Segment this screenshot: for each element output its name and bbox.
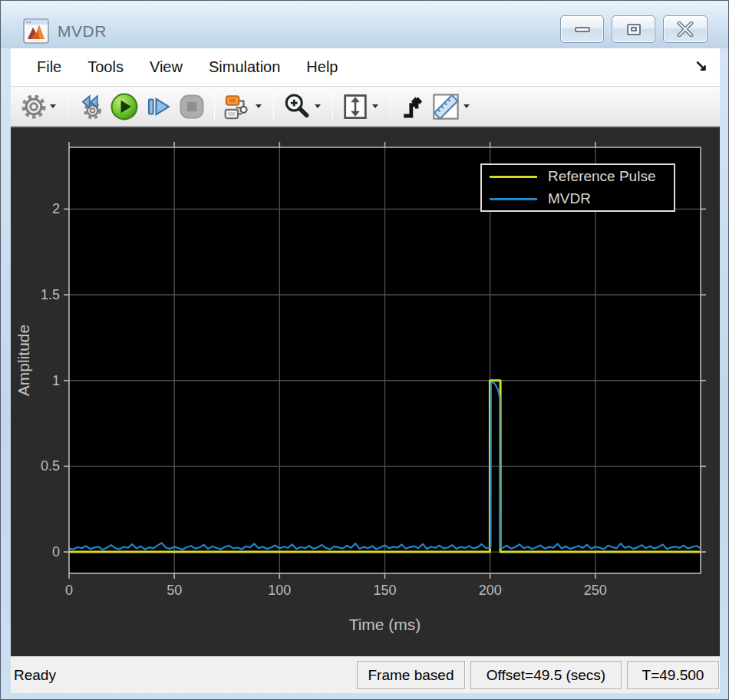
- chevron-down-icon: [463, 104, 470, 108]
- svg-text:2: 2: [52, 201, 60, 216]
- signal-selector-icon: [223, 91, 253, 122]
- step-back-icon: [76, 92, 105, 121]
- legend[interactable]: Reference Pulse MVDR: [480, 163, 675, 212]
- svg-text:0: 0: [52, 544, 60, 560]
- restore-button[interactable]: [612, 15, 655, 43]
- menu-help[interactable]: Help: [293, 58, 351, 76]
- close-icon: [676, 21, 694, 37]
- status-bar: Ready Frame based Offset=49.5 (secs) T=4…: [11, 656, 720, 693]
- svg-text:0: 0: [65, 583, 73, 598]
- y-axis-label: Amplitude: [15, 325, 32, 396]
- toolbar-separator: [332, 93, 333, 121]
- dock-arrow-icon[interactable]: ↘: [694, 56, 708, 74]
- status-text: Ready: [14, 667, 56, 684]
- step-forward-icon: [143, 92, 173, 121]
- toolbar: [11, 87, 720, 127]
- svg-text:0.5: 0.5: [41, 458, 60, 474]
- toolbar-separator: [390, 93, 391, 121]
- gear-icon: [20, 93, 48, 121]
- minimize-icon: [575, 27, 590, 32]
- matlab-app-icon: [23, 18, 49, 44]
- trigger-icon: [398, 93, 426, 121]
- step-back-button[interactable]: [74, 91, 107, 123]
- svg-text:50: 50: [167, 583, 182, 598]
- sim-time-panel: T=49.500: [627, 661, 719, 689]
- measurements-button[interactable]: [428, 91, 476, 123]
- menu-simulation[interactable]: Simulation: [196, 58, 293, 76]
- signal-selector-button[interactable]: [220, 91, 268, 123]
- stop-button[interactable]: [175, 91, 209, 123]
- menu-tools[interactable]: Tools: [74, 58, 137, 76]
- play-icon: [110, 92, 139, 121]
- frame-mode-panel: Frame based: [357, 661, 465, 689]
- mvdr-swatch: [490, 198, 537, 200]
- trigger-button[interactable]: [396, 91, 428, 123]
- legend-label: Reference Pulse: [548, 168, 655, 185]
- toolbar-separator: [214, 93, 215, 121]
- svg-text:1: 1: [52, 373, 60, 388]
- close-button[interactable]: [663, 15, 708, 43]
- fit-to-view-button[interactable]: [338, 91, 384, 123]
- menu-file[interactable]: File: [24, 58, 74, 76]
- window-title: MVDR: [58, 22, 107, 41]
- svg-text:250: 250: [584, 583, 607, 598]
- chevron-down-icon: [256, 104, 262, 108]
- svg-text:1.5: 1.5: [41, 287, 60, 302]
- svg-text:150: 150: [373, 583, 396, 598]
- title-bar[interactable]: MVDR: [1, 1, 728, 48]
- ruler-icon: [430, 91, 461, 122]
- svg-text:200: 200: [479, 583, 502, 598]
- scope-window: MVDR File Tools View Simulation Help ↘: [0, 0, 729, 700]
- chevron-down-icon: [50, 104, 56, 108]
- status-panels: Frame based Offset=49.5 (secs) T=49.500: [357, 661, 720, 689]
- scope-display: 05010015020025000.511.52Time (ms)Amplitu…: [11, 127, 720, 656]
- window-content: File Tools View Simulation Help ↘: [11, 48, 720, 693]
- run-button[interactable]: [107, 91, 141, 123]
- configuration-properties-button[interactable]: [18, 91, 62, 123]
- stop-icon: [177, 92, 206, 121]
- legend-label: MVDR: [548, 190, 591, 207]
- toolbar-separator: [68, 93, 68, 121]
- time-offset-panel: Offset=49.5 (secs): [470, 661, 622, 689]
- zoom-in-button[interactable]: [279, 91, 327, 123]
- toolbar-separator: [273, 93, 274, 121]
- minimize-button[interactable]: [560, 15, 604, 43]
- chevron-down-icon: [315, 104, 321, 108]
- restore-icon: [627, 24, 641, 35]
- legend-item-reference-pulse[interactable]: Reference Pulse: [482, 166, 674, 188]
- menu-bar: File Tools View Simulation Help ↘: [11, 48, 720, 87]
- menu-view[interactable]: View: [137, 58, 196, 76]
- reference-pulse-swatch: [490, 176, 537, 178]
- svg-text:100: 100: [268, 583, 291, 598]
- x-axis-label: Time (ms): [349, 616, 421, 633]
- legend-item-mvdr[interactable]: MVDR: [482, 188, 674, 210]
- zoom-in-icon: [282, 91, 312, 122]
- chevron-down-icon: [372, 104, 378, 108]
- step-forward-button[interactable]: [141, 91, 175, 123]
- fit-to-view-icon: [341, 92, 370, 121]
